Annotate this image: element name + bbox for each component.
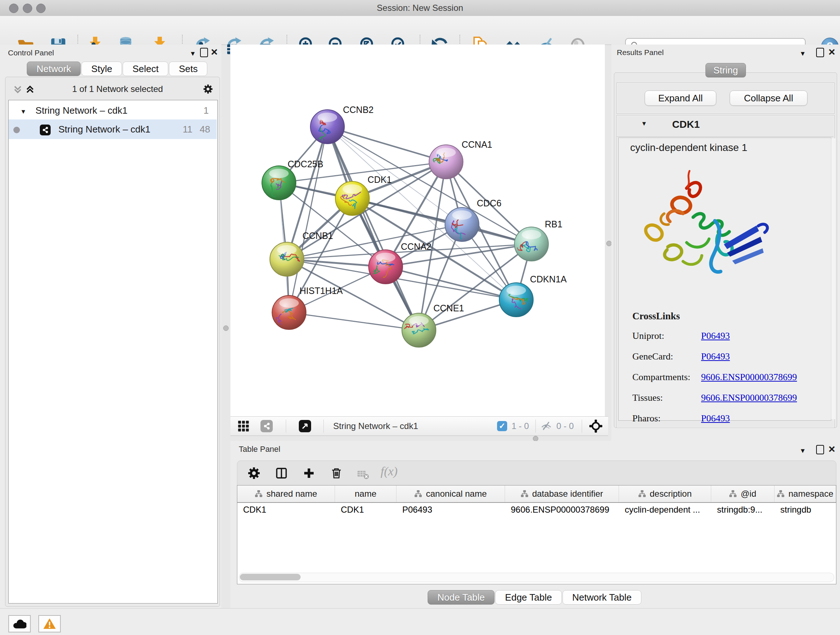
crosslink-label: Tissues: [632,393,701,403]
expand-all-icon[interactable] [25,85,35,96]
results-panel-close-icon[interactable]: × [829,48,835,56]
column-header-namespace[interactable]: namespace [775,486,836,502]
cell-database-identifier[interactable]: 9606.ENSP00000378699 [505,503,619,516]
entry-gene-name: CDK1 [672,119,699,130]
node-table: shared namenamecanonical namedatabase id… [237,485,836,584]
node-label-CCNA1: CCNA1 [462,139,493,149]
network-node-CDC25B[interactable]: CDC25B [262,159,324,201]
column-header-description[interactable]: description [619,486,711,502]
tab-network[interactable]: Network [27,62,81,76]
show-columns-icon[interactable] [275,467,288,481]
tab-node-table[interactable]: Node Table [428,590,494,605]
crosslink-row: Compartments:9606.ENSP00000378699 [632,372,829,383]
cloud-icon [13,618,27,629]
network-edge-CCNB2-HIST1H1A[interactable] [289,127,327,312]
delete-column-trash-icon[interactable] [330,467,343,481]
column-header-database-identifier[interactable]: database identifier [505,486,619,502]
cloud-status-button[interactable] [8,615,31,632]
network-status-dot [13,127,20,133]
control-panel-tabs: NetworkStyleSelectSets [27,62,208,76]
node-label-HIST1H1A: HIST1H1A [300,286,343,296]
table-panel-close-icon[interactable]: × [829,445,835,453]
table-tabs: Node TableEdge TableNetwork Table [428,590,642,605]
node-label-CDC6: CDC6 [477,198,501,208]
table-row[interactable]: CDK1CDK1P064939606.ENSP00000378699cyclin… [237,503,836,516]
results-panel-float-icon[interactable] [816,48,824,57]
expand-all-button[interactable]: Expand All [645,90,716,106]
network-tree-row-selected[interactable]: String Network – cdk1 11 48 [9,119,217,139]
main-toolbar: ? [0,16,840,45]
grid-view-icon[interactable] [237,420,249,434]
column-header-shared-name[interactable]: shared name [237,486,335,502]
entry-collapse-icon[interactable]: ▼ [641,120,647,127]
crosslink-link[interactable]: P06493 [701,351,729,362]
node-label-CCNB2: CCNB2 [343,105,374,115]
crosslink-link[interactable]: 9606.ENSP00000378699 [701,393,797,403]
cell-namespace[interactable]: stringdb [775,503,836,516]
network-edge-CCNB2-CCNE1[interactable] [327,127,419,330]
control-panel-menu-icon[interactable]: ▼ [189,50,196,57]
network-node-CCNE1[interactable]: CCNE1 [402,303,464,347]
cell-description[interactable]: cyclin-dependent ... [619,503,711,516]
column-header-@id[interactable]: @id [711,486,775,502]
tab-sets[interactable]: Sets [169,62,207,76]
network-node-CCNB1[interactable]: CCNB1 [270,231,333,276]
left-splitter-handle[interactable] [223,325,229,331]
network-node-HIST1H1A[interactable]: HIST1H1A [272,286,343,329]
crosslink-link[interactable]: 9606.ENSP00000378699 [701,372,797,383]
selected-nodes-checkbox-icon[interactable]: ✓ [497,421,507,431]
table-panel-menu-icon[interactable]: ▼ [799,447,806,455]
tab-style[interactable]: Style [81,62,122,76]
warning-status-button[interactable] [38,615,61,632]
table-panel-float-icon[interactable] [816,445,824,454]
column-header-name[interactable]: name [335,486,396,502]
network-edge-HIST1H1A-CCNE1[interactable] [289,312,419,330]
horizontal-splitter-handle[interactable] [533,436,538,441]
node-label-CCNB1: CCNB1 [302,231,333,241]
cell-name[interactable]: CDK1 [335,503,396,516]
control-panel-float-icon[interactable] [200,48,208,57]
crosslink-link[interactable]: P06493 [701,413,729,424]
tree-expand-icon[interactable]: ▼ [20,108,27,115]
cell-@id[interactable]: stringdb:9... [711,503,775,516]
function-builder-icon: f(x) [381,464,398,478]
network-type-icon [40,125,51,135]
tab-select[interactable]: Select [123,62,168,76]
birds-eye-view-icon[interactable] [299,420,311,432]
scrollbar-thumb[interactable] [240,574,301,580]
tab-string[interactable]: String [706,63,746,78]
network-graph[interactable]: CCNB2CCNA1CDC25BCDK1CDC6RB1CCNB1CCNA2CDK… [231,44,605,416]
network-edge-CCNB2-CCNA1[interactable] [327,127,446,162]
tab-network-table[interactable]: Network Table [562,590,641,605]
table-settings-gear-icon[interactable] [248,467,261,481]
cell-canonical-name[interactable]: P06493 [396,503,505,516]
entry-description: cyclin-dependent kinase 1 [630,142,747,154]
hierarchy-icon [414,490,422,498]
column-header-canonical-name[interactable]: canonical name [396,486,505,502]
right-splitter-handle[interactable] [606,241,612,246]
crosslink-link[interactable]: P06493 [701,331,729,341]
network-view-type-icon[interactable] [261,420,273,432]
collapse-all-button[interactable]: Collapse All [729,90,807,106]
network-node-RB1[interactable]: RB1 [515,219,562,261]
network-tree-root-row[interactable]: ▼ String Network – cdk1 1 [9,102,217,119]
control-panel-close-icon[interactable]: × [211,48,218,56]
add-column-icon[interactable] [302,467,316,481]
network-node-CCNA1[interactable]: CCNA1 [429,139,493,179]
results-panel-menu-icon[interactable]: ▼ [799,50,806,57]
cell-shared-name[interactable]: CDK1 [237,503,335,516]
network-node-CDKN1A[interactable]: CDKN1A [499,274,567,317]
node-label-CDK1: CDK1 [368,174,392,185]
network-list-gear-icon[interactable] [203,84,213,96]
table-toolbar: f(x) [237,461,836,486]
pan-crosshair-icon[interactable] [589,419,603,434]
table-horizontal-scrollbar[interactable] [239,573,834,582]
results-scrollbar[interactable] [831,138,836,419]
network-node-CDK1[interactable]: CDK1 [335,174,392,215]
crosslink-label: Uniprot: [632,331,701,341]
collapse-all-icon[interactable] [13,85,22,96]
delete-table-icon [357,468,369,482]
network-canvas[interactable]: CCNB2CCNA1CDC25BCDK1CDC6RB1CCNB1CCNA2CDK… [231,44,605,416]
crosslink-row: Pharos:P06493 [632,413,829,424]
tab-edge-table[interactable]: Edge Table [495,590,562,605]
